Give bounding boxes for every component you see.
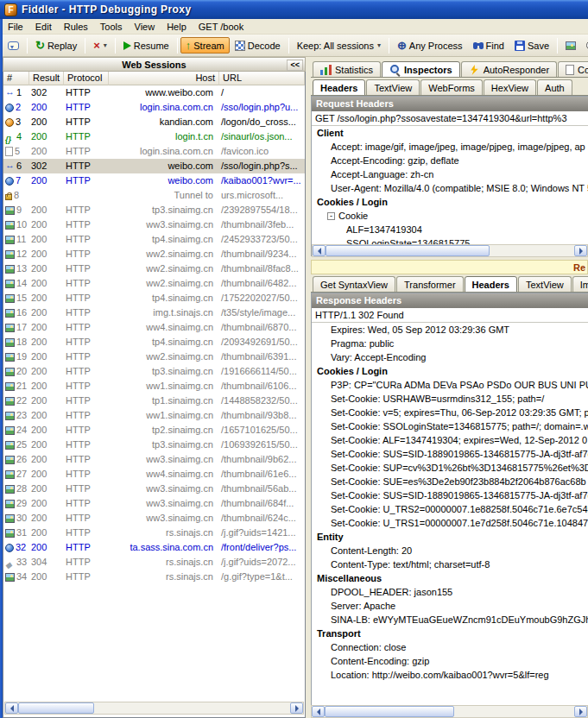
stream-toggle[interactable]: ↑Stream (180, 37, 230, 54)
session-row[interactable]: 14200HTTPww2.sinaimg.cn/thumbnail/6482..… (3, 276, 305, 291)
tab-im[interactable]: Im (572, 276, 588, 292)
save-button[interactable]: Save (509, 38, 554, 54)
timer-button[interactable] (581, 38, 588, 53)
session-row[interactable]: 24200HTTPtp2.sinaimg.cn/1657101625/50... (3, 423, 305, 438)
session-row[interactable]: 15200HTTPtp4.sinaimg.cn/1752202027/50... (3, 291, 305, 305)
menu-item-tools[interactable]: Tools (94, 20, 129, 34)
remove-sessions-button[interactable]: ×▾ (88, 37, 112, 54)
scroll-right-button[interactable] (574, 245, 587, 256)
menu-item-file[interactable]: File (2, 20, 29, 34)
header-group[interactable]: -Cookie (312, 209, 588, 223)
tab-transformer[interactable]: Transformer (396, 276, 464, 292)
session-row[interactable]: 31200HTTPrs.sinajs.cn/j.gif?uids=1421... (3, 526, 305, 540)
sessions-hscrollbar[interactable] (4, 702, 304, 715)
screenshot-button[interactable] (560, 39, 581, 53)
collapse-box-icon[interactable]: - (327, 212, 335, 220)
tab-textview[interactable]: TextView (366, 79, 420, 95)
session-row[interactable]: 7200HTTPweibo.com/kaibao001?wvr=... (3, 173, 305, 188)
session-host: weibo.com (109, 159, 219, 173)
encoding-warning-bar[interactable]: Re (311, 260, 588, 274)
session-row[interactable]: 12200HTTPww2.sinaimg.cn/thumbnail/9234..… (3, 247, 305, 261)
scroll-track[interactable] (326, 245, 574, 256)
scroll-left-button[interactable] (5, 702, 18, 714)
tab-headers[interactable]: Headers (465, 276, 517, 293)
collapse-panel-button[interactable]: << (287, 60, 303, 71)
scroll-thumb[interactable] (326, 245, 490, 256)
replay-button[interactable]: ↻Replay (30, 37, 82, 54)
tab-get-syntaxview[interactable]: Get SyntaxView (313, 276, 395, 292)
header-line: Set-Cookie: SSOLoginState=1346815775; pa… (312, 419, 588, 433)
session-row[interactable]: 16200HTTPimg.t.sinajs.cn/t35/style/image… (3, 305, 305, 320)
session-row[interactable]: 6302HTTPweibo.com/sso/login.php?s... (3, 159, 305, 173)
session-protocol: HTTP (64, 482, 109, 496)
session-row[interactable]: 27200HTTPww4.sinaimg.cn/thumbnail/61e6..… (3, 467, 305, 482)
menu-item-help[interactable]: Help (161, 20, 193, 34)
session-row[interactable]: 21200HTTPww1.sinaimg.cn/thumbnail/6106..… (3, 379, 305, 394)
session-host: www.weibo.com (109, 85, 219, 100)
response-hscrollbar[interactable] (311, 705, 588, 718)
session-row[interactable]: 26200HTTPww3.sinaimg.cn/thumbnail/9b62..… (3, 452, 305, 467)
resume-button[interactable]: Resume (118, 38, 174, 54)
session-row[interactable]: 11200HTTPtp4.sinaimg.cn/2452933723/50... (3, 232, 305, 247)
menu-item-view[interactable]: View (129, 20, 161, 34)
menu-item-get-book[interactable]: GET /book (193, 20, 250, 34)
title-bar[interactable]: F Fiddler - HTTP Debugging Proxy (0, 0, 588, 19)
session-row[interactable]: 17200HTTPww4.sinaimg.cn/thumbnail/6870..… (3, 320, 305, 335)
header-section-entity: Entity (312, 530, 588, 544)
tab-inspectors[interactable]: Inspectors (382, 61, 460, 78)
scroll-left-button[interactable] (312, 706, 325, 717)
find-button[interactable]: Find (468, 38, 509, 54)
scroll-thumb[interactable] (325, 706, 454, 717)
session-row[interactable]: 8Tunnel tours.microsoft... (3, 188, 305, 203)
tab-headers[interactable]: Headers (313, 79, 365, 96)
column-header-protocol[interactable]: Protocol (64, 72, 109, 85)
scroll-right-button[interactable] (290, 702, 303, 714)
comment-button[interactable] (3, 39, 24, 53)
column-header-num[interactable]: # (3, 72, 29, 85)
session-row[interactable]: 9200HTTPtp3.sinaimg.cn/2392897554/18... (3, 203, 305, 217)
session-row[interactable]: 3200HTTPkandian.com/logon/do_cross... (3, 115, 305, 129)
session-row[interactable]: 13200HTTPww2.sinaimg.cn/thumbnail/8fac8.… (3, 261, 305, 276)
tab-statistics[interactable]: Statistics (313, 61, 381, 77)
tab-auth[interactable]: Auth (537, 79, 572, 95)
session-row[interactable]: 28200HTTPww3.sinaimg.cn/thumbnail/56ab..… (3, 482, 305, 496)
session-row[interactable]: 22200HTTPtp1.sinaimg.cn/1448858232/50... (3, 394, 305, 408)
session-row[interactable]: 19200HTTPww2.sinaimg.cn/thumbnail/6391..… (3, 350, 305, 364)
session-row[interactable]: 34200HTTPrs.sinajs.cn/g.gif?type=1&t... (3, 570, 305, 584)
session-row[interactable]: 10200HTTPww3.sinaimg.cn/thumbnail/3feb..… (3, 217, 305, 232)
decode-toggle[interactable]: Decode (230, 38, 286, 54)
any-process-button[interactable]: ⊕Any Process (392, 37, 468, 54)
session-row[interactable]: 5200HTTPlogin.sina.com.cn/favicon.ico (3, 144, 305, 159)
scroll-track[interactable] (18, 702, 290, 714)
session-row[interactable]: 20200HTTPtp3.sinaimg.cn/1916666114/50... (3, 364, 305, 379)
tab-hexview[interactable]: HexView (484, 79, 536, 95)
response-tab-bar: Get SyntaxViewTransformerHeadersTextView… (311, 274, 588, 293)
column-header-host[interactable]: Host (109, 72, 219, 85)
session-row[interactable]: 30200HTTPww3.sinaimg.cn/thumbnail/624c..… (3, 511, 305, 526)
tab-webforms[interactable]: WebForms (420, 79, 483, 95)
menu-item-rules[interactable]: Rules (58, 20, 94, 34)
tab-autoresponder[interactable]: AutoResponder (461, 61, 557, 77)
session-host: ww2.sinaimg.cn (109, 350, 219, 364)
tab-comp[interactable]: Comp (558, 61, 588, 77)
keep-sessions-dropdown[interactable]: Keep: All sessions▾ (292, 38, 386, 54)
request-hscrollbar[interactable] (312, 244, 588, 257)
scroll-thumb[interactable] (18, 702, 94, 714)
tab-textview[interactable]: TextView (518, 276, 572, 292)
session-row[interactable]: 23200HTTPww1.sinaimg.cn/thumbnail/93b8..… (3, 408, 305, 423)
session-row[interactable]: 33304HTTPrs.sinajs.cn/j.gif?uids=2072... (3, 555, 305, 570)
session-row[interactable]: 18200HTTPtp4.sinaimg.cn/2093492691/50... (3, 335, 305, 350)
column-header-url[interactable]: URL (219, 72, 305, 85)
session-row[interactable]: 29200HTTPww3.sinaimg.cn/thumbnail/684f..… (3, 496, 305, 511)
scroll-track[interactable] (325, 706, 574, 717)
menu-item-edit[interactable]: Edit (29, 20, 58, 34)
column-header-result[interactable]: Result (29, 72, 64, 85)
scroll-left-button[interactable] (313, 245, 326, 256)
session-row[interactable]: 32200HTTPta.sass.sina.com.cn/front/deliv… (3, 540, 305, 555)
session-row[interactable]: 4200HTTPlogin.t.cn/sinaurl/os.json... (3, 129, 305, 144)
web-sessions-panel: Web Sessions << #ResultProtocolHostURL 1… (3, 57, 306, 718)
session-row[interactable]: 25200HTTPtp3.sinaimg.cn/1069392615/50... (3, 438, 305, 452)
scroll-right-button[interactable] (574, 706, 587, 717)
session-row[interactable]: 1302HTTPwww.weibo.com/ (3, 85, 305, 100)
session-row[interactable]: 2200HTTPlogin.sina.com.cn/sso/login.php?… (3, 100, 305, 115)
